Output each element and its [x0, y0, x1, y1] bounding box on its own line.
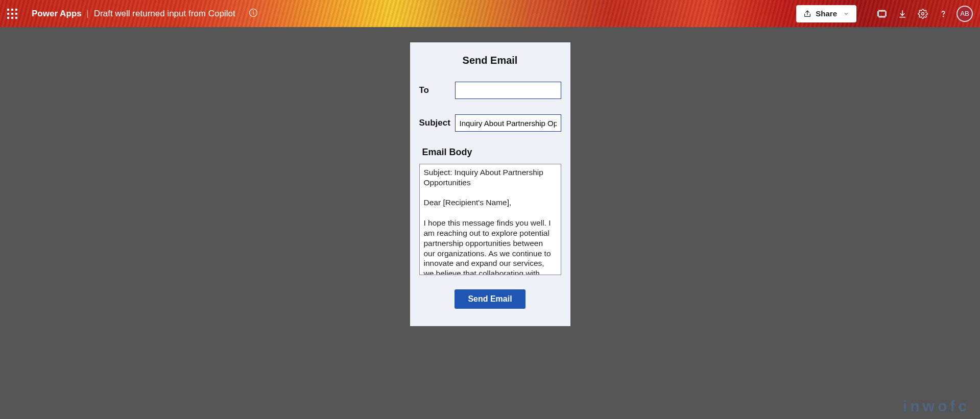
fit-to-screen-icon[interactable]: [872, 9, 892, 19]
app-launcher-icon[interactable]: [7, 9, 17, 19]
app-header: Power Apps | Draft well returned input f…: [0, 0, 980, 27]
info-icon[interactable]: [249, 8, 258, 19]
help-icon[interactable]: [933, 9, 953, 19]
svg-rect-3: [878, 11, 885, 16]
send-email-form: Send Email To Subject Email Body Send Em…: [410, 42, 570, 326]
download-icon[interactable]: [892, 9, 913, 19]
brand-label: Power Apps: [32, 9, 82, 19]
share-button[interactable]: Share: [796, 5, 856, 22]
to-input[interactable]: [455, 82, 561, 99]
form-title: Send Email: [419, 55, 561, 66]
share-icon: [803, 10, 811, 18]
subject-input[interactable]: [455, 114, 561, 132]
settings-icon[interactable]: [913, 9, 933, 19]
app-canvas: Send Email To Subject Email Body Send Em…: [0, 27, 980, 419]
user-avatar[interactable]: AB: [957, 6, 973, 22]
svg-point-11: [943, 16, 944, 16]
svg-point-2: [253, 10, 253, 11]
watermark-text: inwofc: [903, 398, 970, 415]
to-label: To: [419, 85, 455, 95]
send-email-button[interactable]: Send Email: [455, 289, 525, 309]
body-textarea[interactable]: [419, 164, 561, 275]
svg-point-10: [922, 12, 924, 15]
body-label: Email Body: [422, 147, 561, 158]
avatar-initials: AB: [960, 10, 969, 17]
chevron-down-icon: [843, 11, 849, 17]
subject-label: Subject: [419, 118, 455, 128]
title-separator: |: [87, 9, 89, 18]
share-label: Share: [816, 9, 837, 18]
page-title: Draft well returned input from Copilot: [94, 9, 235, 19]
